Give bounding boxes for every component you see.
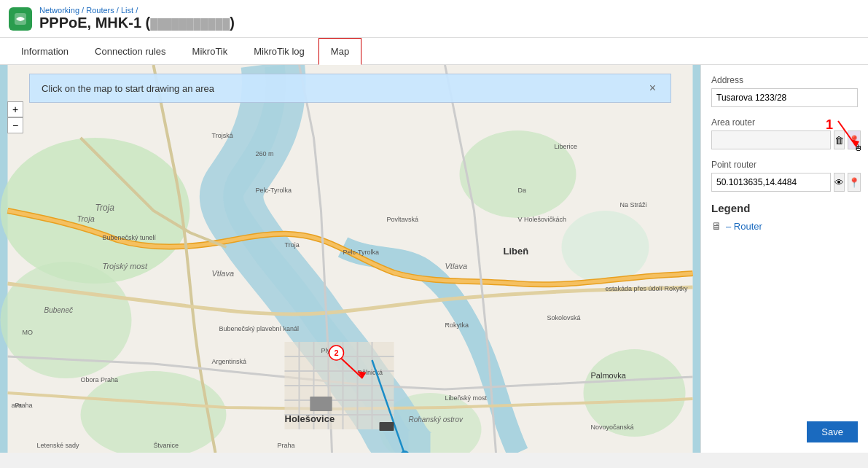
point-router-field-group: Point router 👁 📍 bbox=[711, 160, 858, 192]
area-router-input[interactable] bbox=[711, 130, 831, 149]
map-notice: Click on the map to start drawing an are… bbox=[29, 74, 671, 103]
arrow-1-svg bbox=[834, 117, 864, 154]
svg-text:2: 2 bbox=[335, 348, 339, 357]
map-zoom-controls: + − bbox=[7, 101, 23, 133]
point-router-eye-button[interactable]: 👁 bbox=[834, 173, 845, 192]
map-zoom-out[interactable]: − bbox=[7, 117, 23, 133]
map-zoom-in[interactable]: + bbox=[7, 101, 23, 117]
annotation-1: 1 bbox=[826, 117, 864, 154]
point-router-input[interactable] bbox=[711, 173, 831, 192]
point-router-label: Point router bbox=[711, 160, 858, 170]
svg-text:Bubeneč: Bubeneč bbox=[44, 306, 73, 314]
svg-text:Palmovka: Palmovka bbox=[591, 371, 627, 380]
tab-bar: Information Connection rules MikroTik Mi… bbox=[0, 38, 868, 65]
svg-text:Vtlava: Vtlava bbox=[212, 269, 235, 278]
svg-text:Bubenečský plavební kanál: Bubenečský plavební kanál bbox=[219, 325, 300, 332]
tab-mikrotik[interactable]: MikroTik bbox=[180, 38, 241, 65]
app-logo bbox=[9, 7, 32, 31]
svg-text:Letenské sady: Letenské sady bbox=[37, 442, 80, 449]
header-info: Networking / Routers / List / PPPoE, MHK… bbox=[39, 6, 235, 31]
svg-text:Da: Da bbox=[518, 187, 527, 194]
svg-rect-63 bbox=[380, 422, 394, 431]
svg-text:Rokytka: Rokytka bbox=[445, 321, 469, 329]
point-router-row: 👁 📍 bbox=[711, 173, 858, 192]
address-input[interactable] bbox=[711, 88, 858, 107]
tab-mikrotik-log[interactable]: MikroTik log bbox=[241, 38, 317, 65]
legend-section: Legend 🖥 – Router bbox=[711, 202, 858, 232]
svg-text:Na Stráži: Na Stráži bbox=[620, 201, 647, 208]
legend-router-item: 🖥 – Router bbox=[711, 220, 858, 232]
map-svg: Troja Troja Trojský most Vtlava Vtlava B… bbox=[0, 65, 700, 453]
svg-text:MO: MO bbox=[23, 329, 34, 336]
breadcrumb-list[interactable]: List bbox=[121, 6, 133, 15]
svg-text:Pelc-Tyrolka: Pelc-Tyrolka bbox=[256, 187, 292, 194]
map-notice-text: Click on the map to start drawing an are… bbox=[42, 83, 214, 94]
breadcrumb-networking[interactable]: Networking bbox=[39, 6, 79, 15]
router-legend-icon: 🖥 bbox=[711, 220, 722, 232]
map-icon: 📍 bbox=[848, 177, 860, 188]
point-router-map-button[interactable]: 📍 bbox=[848, 173, 861, 192]
eye-icon: 👁 bbox=[834, 177, 844, 188]
tab-map[interactable]: Map bbox=[318, 38, 361, 65]
map-container[interactable]: Click on the map to start drawing an are… bbox=[0, 65, 700, 453]
legend-router-link[interactable]: – Router bbox=[726, 221, 762, 232]
svg-text:Praha: Praha bbox=[278, 442, 295, 449]
svg-text:Holešovice: Holešovice bbox=[285, 413, 335, 424]
app-header: Networking / Routers / List / PPPoE, MHK… bbox=[0, 0, 868, 38]
svg-rect-23 bbox=[310, 397, 332, 411]
breadcrumb: Networking / Routers / List / bbox=[39, 6, 235, 15]
svg-text:Obora Praha: Obora Praha bbox=[81, 376, 119, 383]
svg-text:Štvanice: Štvanice bbox=[154, 442, 179, 449]
map-notice-close-button[interactable]: × bbox=[646, 82, 659, 95]
svg-text:Trojský most: Trojský most bbox=[103, 262, 148, 270]
legend-title: Legend bbox=[711, 202, 858, 214]
svg-text:Praha: Praha bbox=[15, 402, 33, 409]
sidebar: 1 Address Area router 🗑 📍 🖱 bbox=[700, 65, 868, 453]
svg-text:Povltavská: Povltavská bbox=[387, 216, 419, 223]
breadcrumb-routers[interactable]: Routers bbox=[86, 6, 114, 15]
tab-connection-rules[interactable]: Connection rules bbox=[82, 38, 179, 65]
main-content: Click on the map to start drawing an are… bbox=[0, 65, 868, 453]
svg-text:Bubenečský tunelí: Bubenečský tunelí bbox=[103, 234, 157, 241]
svg-text:Rohanský ostrov: Rohanský ostrov bbox=[409, 416, 464, 424]
svg-text:Libeňský most: Libeňský most bbox=[445, 394, 488, 402]
page-title: PPPoE, MHK-1 (███████████) bbox=[39, 15, 235, 31]
svg-text:Troja: Troja bbox=[285, 241, 300, 249]
svg-text:Libeň: Libeň bbox=[504, 246, 529, 257]
svg-text:Novoyočanská: Novoyočanská bbox=[591, 424, 634, 431]
annotation-1-number: 1 bbox=[826, 117, 833, 133]
svg-text:Troja: Troja bbox=[95, 203, 115, 213]
svg-text:Argentinská: Argentinská bbox=[212, 358, 247, 365]
svg-text:Liberice: Liberice bbox=[555, 143, 578, 150]
tab-information[interactable]: Information bbox=[9, 38, 81, 65]
address-label: Address bbox=[711, 75, 858, 85]
svg-text:Vtlava: Vtlava bbox=[445, 262, 468, 270]
svg-text:Sokolovská: Sokolovská bbox=[547, 314, 581, 321]
svg-text:Pelc-Tyrolka: Pelc-Tyrolka bbox=[343, 249, 380, 256]
svg-text:V Holešovičkách: V Holešovičkách bbox=[518, 216, 567, 223]
svg-text:260 m: 260 m bbox=[256, 150, 274, 157]
svg-text:Trojská: Trojská bbox=[212, 132, 233, 139]
svg-text:Troja: Troja bbox=[77, 214, 95, 223]
address-field-group: Address bbox=[711, 75, 858, 107]
svg-text:estakáda přes údolí Rokytky: estakáda přes údolí Rokytky bbox=[606, 285, 689, 292]
svg-point-6 bbox=[562, 211, 649, 284]
save-button[interactable]: Save bbox=[807, 421, 858, 442]
